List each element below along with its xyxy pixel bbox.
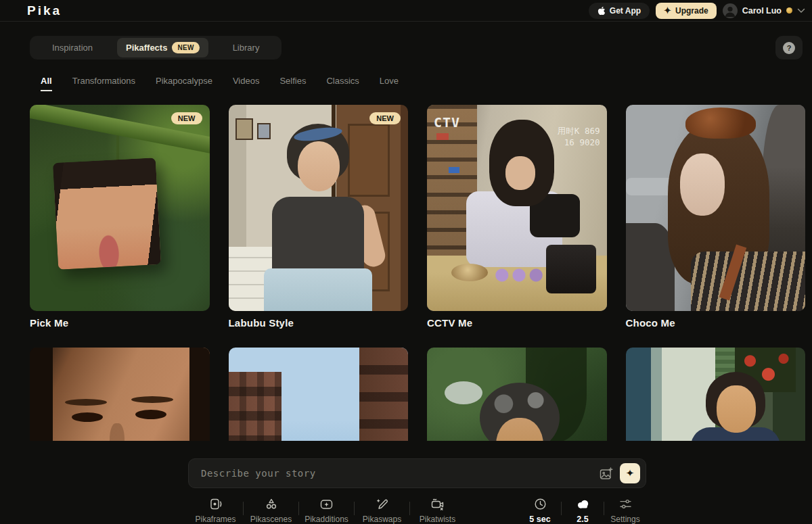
help-button[interactable]: ? xyxy=(775,36,803,59)
avatar xyxy=(723,3,738,18)
pikaframes-button[interactable]: Pikaframes xyxy=(188,498,243,524)
upgrade-button[interactable]: Upgrade xyxy=(656,3,717,19)
upgrade-label: Upgrade xyxy=(675,6,708,16)
pikaswaps-icon xyxy=(376,498,389,510)
person-icon xyxy=(723,3,738,18)
effect-thumbnail: NEW xyxy=(229,105,409,311)
pikascenes-icon xyxy=(265,498,278,510)
tab-library[interactable]: Library xyxy=(210,36,282,59)
prompt-bar[interactable] xyxy=(188,458,646,488)
effect-title: Pick Me xyxy=(30,317,210,329)
effect-title: Labubu Style xyxy=(229,317,409,329)
category-pikapocalypse[interactable]: Pikapocalypse xyxy=(156,76,212,91)
add-image-icon xyxy=(600,467,613,480)
effect-thumbnail: NEW xyxy=(30,105,210,311)
main-tabs: Inspiration Pikaffects NEW Library xyxy=(30,36,281,59)
category-tabs: All Transformations Pikapocalypse Videos… xyxy=(41,76,399,91)
get-app-button[interactable]: Get App xyxy=(589,3,650,19)
pikaframes-icon xyxy=(209,498,223,510)
toolbar-tools: Pikaframes Pikascenes Pikadditions Pikas… xyxy=(188,498,465,524)
bottom-toolbar: Pikaframes Pikascenes Pikadditions Pikas… xyxy=(188,498,646,524)
pika-app: Pika Get App Upgrade Carol Luo Inspira xyxy=(0,0,812,524)
header-actions: Get App Upgrade Carol Luo xyxy=(589,3,805,19)
effect-thumbnail xyxy=(626,105,806,311)
category-classics[interactable]: Classics xyxy=(326,76,359,91)
pika-logo[interactable]: Pika xyxy=(27,3,62,18)
effect-card-choco-me[interactable]: Choco Me xyxy=(626,105,806,329)
user-name: Carol Luo xyxy=(742,6,782,16)
pikatwists-button[interactable]: Pikatwists xyxy=(410,498,465,524)
category-transformations[interactable]: Transformations xyxy=(72,76,135,91)
tab-inspiration[interactable]: Inspiration xyxy=(30,36,115,59)
get-app-label: Get App xyxy=(610,6,641,16)
cloud-icon xyxy=(576,498,590,510)
model-button[interactable]: 2.5 xyxy=(562,498,604,524)
pikascenes-button[interactable]: Pikascenes xyxy=(244,498,298,524)
chevron-down-icon[interactable] xyxy=(797,8,805,14)
settings-button[interactable]: Settings xyxy=(604,498,646,524)
add-image-button[interactable] xyxy=(600,467,613,480)
credits-dot-icon xyxy=(786,7,792,14)
effect-card-cctv-me[interactable]: CTV 用时K 86916 9020 CCTV Me xyxy=(427,105,607,329)
effect-card-labubu-style[interactable]: NEW Labubu Style xyxy=(229,105,409,329)
topbar: Inspiration Pikaffects NEW Library ? xyxy=(30,36,803,59)
prompt-input[interactable] xyxy=(201,468,600,479)
user-menu[interactable]: Carol Luo xyxy=(723,3,805,18)
effect-title: CCTV Me xyxy=(427,317,607,329)
new-badge: NEW xyxy=(171,112,202,124)
pikatwists-icon xyxy=(430,498,445,510)
question-icon: ? xyxy=(783,42,795,54)
effect-card-pick-me[interactable]: NEW Pick Me xyxy=(30,105,210,329)
category-all[interactable]: All xyxy=(41,76,52,91)
sliders-icon xyxy=(619,498,632,510)
effect-title: Choco Me xyxy=(626,317,806,329)
generate-button[interactable] xyxy=(620,463,640,483)
header: Pika Get App Upgrade Carol Luo xyxy=(0,0,812,22)
effect-thumbnail: CTV 用时K 86916 9020 xyxy=(427,105,607,311)
tab-pikaffects-label: Pikaffects xyxy=(126,43,167,53)
category-love[interactable]: Love xyxy=(380,76,399,91)
new-badge: NEW xyxy=(172,42,199,53)
footer: Pikaframes Pikascenes Pikadditions Pikas… xyxy=(0,441,812,524)
category-videos[interactable]: Videos xyxy=(233,76,260,91)
new-badge: NEW xyxy=(369,112,401,124)
category-selfies[interactable]: Selfies xyxy=(279,76,306,91)
cctv-timestamp-text: 用时K 86916 9020 xyxy=(558,125,600,148)
clock-icon xyxy=(534,498,547,510)
pikaswaps-button[interactable]: Pikaswaps xyxy=(355,498,409,524)
tab-pikaffects[interactable]: Pikaffects NEW xyxy=(117,38,208,57)
duration-button[interactable]: 5 sec xyxy=(519,498,561,524)
sparkle-icon xyxy=(664,5,671,16)
toolbar-options: 5 sec 2.5 Settings xyxy=(519,498,646,524)
pikadditions-button[interactable]: Pikadditions xyxy=(299,498,354,524)
cctv-overlay-text: CTV xyxy=(434,114,460,130)
apple-icon xyxy=(597,6,606,16)
pikadditions-icon xyxy=(319,498,334,510)
